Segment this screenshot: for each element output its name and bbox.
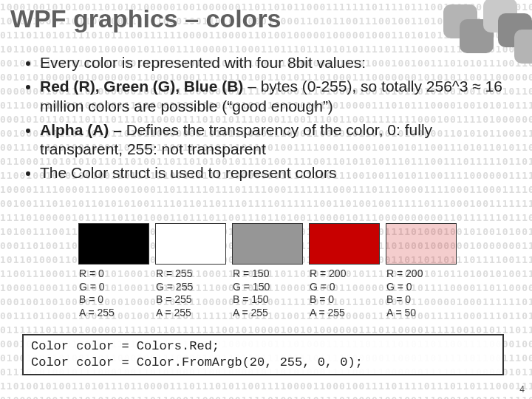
swatch-labels: R = 200G = 0B = 0A = 255: [310, 267, 379, 319]
bullet-item: Every color is represented with four 8bi…: [40, 53, 511, 72]
swatch-label-line: A = 255: [79, 307, 149, 320]
swatch-label-line: B = 255: [156, 293, 225, 307]
swatch-label-line: G = 0: [386, 281, 456, 294]
swatch-label-line: A = 255: [233, 307, 302, 320]
swatch-cell: R = 200G = 0B = 0A = 50: [383, 223, 460, 319]
page-number: 4: [519, 384, 525, 395]
color-swatch-table: R = 0G = 0B = 0A = 255R = 255G = 255B = …: [75, 223, 460, 319]
swatch-label-line: R = 255: [156, 267, 225, 281]
swatch-label-line: R = 200: [310, 267, 379, 281]
bullet-item: Alpha (A) – Defines the transparency of …: [40, 120, 511, 160]
swatch-color-black: [78, 223, 149, 265]
swatch-labels: R = 200G = 0B = 0A = 50: [386, 267, 456, 319]
corner-square: [514, 30, 532, 64]
bullet-item: Red (R), Green (G), Blue (B) – bytes (0-…: [40, 77, 511, 116]
swatch-labels: R = 150G = 150B = 150A = 255: [233, 267, 302, 319]
swatch-color-white: [155, 223, 226, 265]
swatch-label-line: A = 255: [310, 307, 379, 320]
bullet-list: Every color is represented with four 8bi…: [24, 53, 511, 188]
swatch-labels: R = 0G = 0B = 0A = 255: [79, 267, 149, 319]
swatch-cell: R = 150G = 150B = 150A = 255: [229, 223, 306, 319]
swatch-color-red-semitrans: [386, 223, 457, 265]
slide: 1000100101010011010101000001001000000110…: [0, 0, 532, 399]
bullet-bold: Alpha (A) –: [40, 121, 126, 138]
swatch-label-line: B = 0: [79, 293, 149, 307]
swatch-label-line: G = 255: [156, 281, 225, 294]
swatch-label-line: G = 0: [310, 281, 379, 294]
swatch-label-line: B = 0: [386, 293, 456, 307]
swatch-labels: R = 255G = 255B = 255A = 255: [156, 267, 225, 319]
code-line: Color color = Colors.Red;: [31, 338, 495, 355]
swatch-color-red: [309, 223, 380, 265]
swatch-label-line: B = 0: [310, 293, 379, 307]
swatch-cell: R = 0G = 0B = 0A = 255: [75, 223, 152, 319]
swatch-label-line: A = 50: [386, 307, 456, 320]
slide-title: WPF graphics – colors: [10, 4, 282, 33]
swatch-label-line: A = 255: [156, 307, 225, 320]
swatch-color-grey: [232, 223, 303, 265]
bullet-bold: Red (R), Green (G), Blue (B): [40, 78, 243, 95]
swatch-label-line: R = 0: [79, 267, 149, 281]
swatch-label-line: G = 150: [233, 281, 302, 294]
swatch-label-line: R = 200: [386, 267, 456, 281]
code-line: Color color = Color.FromArgb(20, 255, 0,…: [31, 355, 495, 371]
swatch-cell: R = 200G = 0B = 0A = 255: [306, 223, 383, 319]
code-box: Color color = Colors.Red; Color color = …: [22, 334, 504, 375]
swatch-label-line: R = 150: [233, 267, 302, 281]
corner-squares: [443, 0, 532, 52]
swatch-cell: R = 255G = 255B = 255A = 255: [152, 223, 229, 319]
bullet-item: The Color struct is used to represent co…: [40, 163, 511, 183]
swatch-label-line: G = 0: [79, 281, 149, 294]
swatch-label-line: B = 150: [233, 293, 302, 307]
